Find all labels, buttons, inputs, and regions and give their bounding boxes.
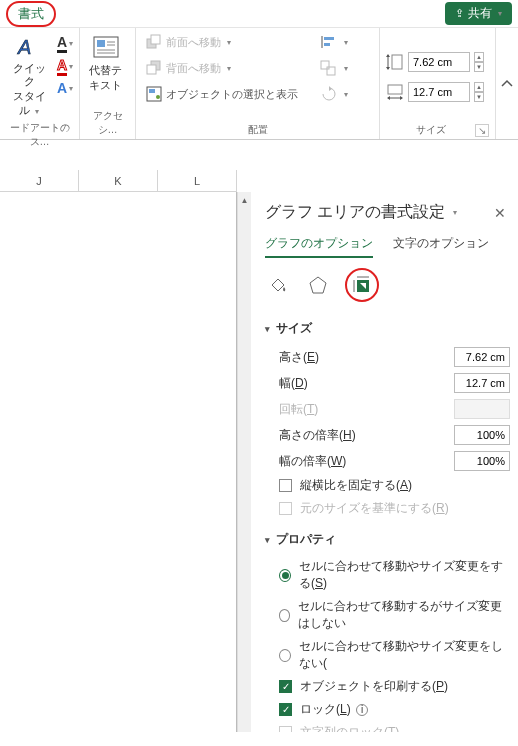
scale-width-label: 幅の倍率(W) [279, 453, 454, 470]
share-icon: ⇪ [455, 7, 464, 20]
height-down[interactable]: ▼ [474, 62, 484, 72]
group-icon [320, 60, 338, 76]
width-up[interactable]: ▲ [474, 82, 484, 92]
worksheet-grid[interactable] [0, 192, 237, 732]
pane-rotation-input [454, 399, 510, 419]
chart-options-tab[interactable]: グラフのオプション [265, 235, 373, 258]
align-icon [320, 34, 338, 50]
pane-width-input[interactable] [454, 373, 510, 393]
bring-forward-icon [146, 34, 162, 50]
vertical-scrollbar[interactable]: ▲ [237, 192, 251, 732]
height-up[interactable]: ▲ [474, 52, 484, 62]
align-button[interactable]: ▾ [316, 32, 352, 52]
text-outline-button[interactable]: A▾ [57, 57, 73, 76]
svg-point-13 [156, 95, 160, 99]
wordart-icon: A [16, 34, 42, 60]
no-move-radio[interactable]: セルに合わせて移動やサイズ変更をしない( [279, 638, 510, 672]
col-header-j[interactable]: J [0, 170, 79, 191]
text-fill-button[interactable]: A▾ [57, 34, 73, 53]
properties-section-header[interactable]: ▾ プロパティ [265, 531, 510, 548]
ribbon-height-input[interactable] [408, 52, 470, 72]
rotate-icon [320, 86, 338, 102]
wordart-quick-style-button[interactable]: A クイック スタイル ▾ [6, 32, 53, 119]
bring-forward-label: 前面へ移動 [166, 35, 221, 50]
caret-down-icon: ▾ [265, 535, 270, 545]
col-header-l[interactable]: L [158, 170, 237, 191]
chevron-down-icon: ▾ [498, 9, 502, 18]
pane-height-input[interactable] [454, 347, 510, 367]
print-object-checkbox[interactable]: ✓ オブジェクトを印刷する(P) [279, 678, 510, 695]
group-access-label: アクセシ… [86, 109, 129, 137]
move-only-radio[interactable]: セルに合わせて移動するがサイズ変更はしない [279, 598, 510, 632]
rotation-label: 回転(T) [279, 401, 454, 418]
size-section-title: サイズ [276, 320, 312, 337]
checkbox-icon [279, 479, 292, 492]
width-icon [386, 83, 404, 101]
pane-scale-width-input[interactable] [454, 451, 510, 471]
svg-marker-22 [386, 54, 390, 57]
col-header-k[interactable]: K [79, 170, 158, 191]
text-effects-button[interactable]: A▾ [57, 80, 73, 96]
lock-aspect-label: 縦横比を固定する(A) [300, 477, 412, 494]
text-options-tab[interactable]: 文字のオプション [393, 235, 489, 258]
ribbon-width-input[interactable] [408, 82, 470, 102]
group-size-label: サイズ [386, 123, 475, 137]
ribbon-collapse-button[interactable] [496, 73, 518, 95]
alttext-label1: 代替テ [89, 64, 122, 77]
scale-height-label: 高さの倍率(H) [279, 427, 454, 444]
format-chart-area-pane: グラフ エリアの書式設定 ▾ ✕ グラフのオプション 文字のオプション ▾ [251, 192, 518, 732]
svg-rect-16 [324, 43, 330, 46]
group-button: ▾ [316, 58, 352, 78]
radio-icon [279, 609, 290, 622]
group-arrange-label: 配置 [142, 123, 373, 137]
send-backward-icon [146, 60, 162, 76]
svg-rect-18 [327, 67, 335, 75]
lock-checkbox[interactable]: ✓ ロック(L) i [279, 701, 510, 718]
format-tab[interactable]: 書式 [6, 1, 56, 27]
scroll-up-button[interactable]: ▲ [238, 192, 251, 208]
checkbox-icon [279, 502, 292, 515]
checkbox-icon [279, 726, 292, 732]
move-size-label: セルに合わせて移動やサイズ変更をする(S) [299, 558, 510, 592]
caret-down-icon: ▾ [265, 324, 270, 334]
effects-icon[interactable] [305, 272, 331, 298]
paint-bucket-icon [268, 275, 288, 295]
lock-aspect-checkbox[interactable]: 縦横比を固定する(A) [279, 477, 510, 494]
wordart-label1: クイック [9, 62, 50, 88]
checkbox-checked-icon: ✓ [279, 680, 292, 693]
size-dialog-launcher[interactable]: ↘ [475, 124, 489, 137]
size-properties-icon[interactable] [345, 268, 379, 302]
radio-selected-icon [279, 569, 291, 582]
send-backward-button: 背面へ移動▾ [142, 58, 302, 78]
move-size-radio[interactable]: セルに合わせて移動やサイズ変更をする(S) [279, 558, 510, 592]
width-down[interactable]: ▼ [474, 92, 484, 102]
svg-rect-12 [149, 89, 155, 93]
svg-rect-10 [147, 65, 156, 74]
svg-rect-8 [151, 35, 160, 44]
alttext-label2: キスト [89, 79, 122, 92]
pane-scale-height-input[interactable] [454, 425, 510, 445]
lock-text-checkbox: 文字列のロック(T) [279, 724, 510, 732]
selection-pane-button[interactable]: オブジェクトの選択と表示 [142, 84, 302, 104]
radio-icon [279, 649, 291, 662]
print-object-label: オブジェクトを印刷する(P) [300, 678, 448, 695]
close-pane-button[interactable]: ✕ [490, 203, 510, 223]
send-backward-label: 背面へ移動 [166, 61, 221, 76]
alt-text-icon [91, 34, 121, 62]
width-label: 幅(D) [279, 375, 454, 392]
lock-text-label: 文字列のロック(T) [300, 724, 399, 732]
share-button[interactable]: ⇪ 共有 ▾ [445, 2, 512, 25]
svg-text:A: A [17, 36, 31, 58]
height-icon [386, 53, 404, 71]
original-size-label: 元のサイズを基準にする(R) [300, 500, 449, 517]
properties-section-title: プロパティ [276, 531, 336, 548]
svg-marker-28 [310, 277, 326, 293]
pane-title: グラフ エリアの書式設定 [265, 202, 445, 223]
svg-rect-24 [388, 85, 402, 94]
info-icon[interactable]: i [356, 704, 368, 716]
pane-title-dropdown[interactable]: ▾ [453, 208, 457, 217]
fill-line-icon[interactable] [265, 272, 291, 298]
size-section-header[interactable]: ▾ サイズ [265, 320, 510, 337]
checkbox-checked-icon: ✓ [279, 703, 292, 716]
alt-text-button[interactable]: 代替テ キスト [86, 32, 125, 94]
